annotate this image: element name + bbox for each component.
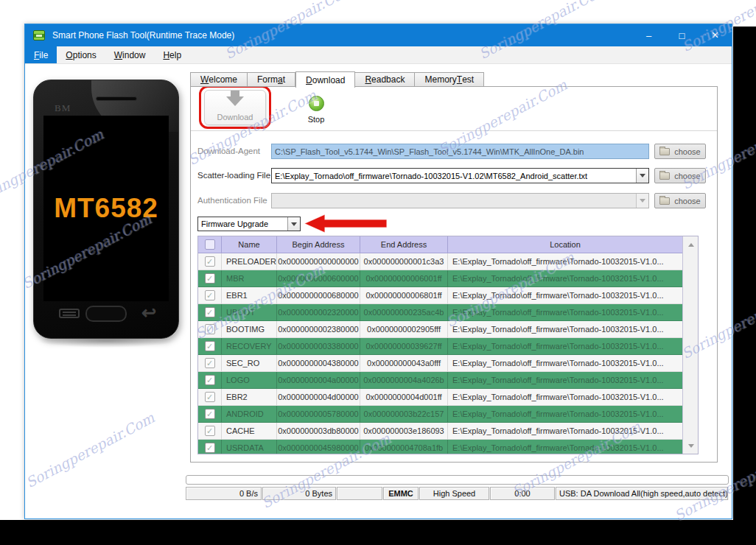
row-checkbox[interactable]: ✓ [205,392,215,402]
auth-file-choose-button[interactable]: choose [654,193,706,208]
status-cell-5: 0:00 [490,487,555,500]
folder-icon [659,197,670,205]
phone-brand-label: BM [55,102,71,114]
cell-location: E:\Explay_Tornado\off_firmware\Tornado-1… [448,338,683,355]
row-checkbox[interactable]: ✓ [205,273,215,284]
select-all-checkbox[interactable] [205,239,215,250]
cell-begin-address: 0x0000000004a00000 [277,372,360,389]
choose-button-label: choose [674,147,700,156]
status-bar: 0 B/s0 BytesEMMCHigh Speed0:00USB: DA Do… [186,487,729,500]
auth-file-combobox [271,193,649,208]
cell-location: E:\Explay_Tornado\off_firmware\Tornado-1… [448,253,683,270]
stop-button-label: Stop [308,115,325,124]
row-checkbox[interactable]: ✓ [205,426,215,436]
app-window: Smart Phone Flash Tool(Runtime Trace Mod… [24,24,732,519]
table-row-mbr[interactable]: ✓MBR0x00000000006000000x00000000006001ff… [198,270,683,287]
download-tab-pane: Download Stop Download-Agent C:\SP_Flash… [190,86,718,463]
download-button[interactable]: Download [204,90,266,125]
phone-body: BM MT6582 ↩ [33,80,179,339]
status-cell-3: EMMC [383,487,419,500]
cell-name: ANDROID [222,406,277,423]
row-checkbox[interactable]: ✓ [205,358,215,368]
menu-item-window[interactable]: Window [105,46,155,63]
table-row-usrdata[interactable]: ✓USRDATA0x00000000459800000x000000004708… [198,440,683,454]
scatter-file-combobox[interactable]: E:\Explay_Tornado\off_firmware\Tornado-1… [271,168,649,183]
row-checkbox[interactable]: ✓ [205,256,215,267]
cell-begin-address: 0x0000000002320000 [277,304,360,321]
tab-download[interactable]: Download [295,71,355,88]
cell-begin-address: 0x0000000003380000 [277,338,360,355]
menu-item-file[interactable]: File [25,46,57,63]
cell-name: PRELOADER [222,253,277,270]
cell-end-address: 0x000000003e186093 [360,423,448,440]
download-agent-field[interactable]: C:\SP_Flash_Tool_v5.1744_Win\SP_Flash_To… [271,144,649,159]
download-agent-choose-button[interactable]: choose [654,144,706,159]
cell-begin-address: 0x000000003db80000 [277,423,360,440]
cell-location: E:\Explay_Tornado\off_firmware\Tornado-1… [448,287,683,304]
table-row-sec_ro[interactable]: ✓SEC_RO0x00000000043800000x00000000043a0… [198,355,683,372]
cell-begin-address: 0x0000000000000000 [277,253,360,270]
table-row-preloader[interactable]: ✓PRELOADER0x00000000000000000x0000000000… [198,253,683,270]
minimize-button[interactable]: – [632,24,665,46]
choose-button-label: choose [674,172,700,180]
menu-item-help[interactable]: Help [154,46,190,63]
scroll-down-icon[interactable] [683,439,699,452]
cell-location: E:\Explay_Tornado\off_firmware\Tornado-1… [448,304,683,321]
chevron-down-icon[interactable] [287,217,300,231]
auth-file-label: Authentication File [197,193,267,208]
main-tab-widget: WelcomeFormatDownloadReadbackMemory Test… [190,71,718,463]
row-checkbox[interactable]: ✓ [205,324,215,334]
cell-location: E:\Explay_Tornado\off_firmware\Tornado-1… [448,406,683,423]
scatter-file-label: Scatter-loading File [197,168,270,183]
table-row-ebr1[interactable]: ✓EBR10x00000000006800000x00000000006801f… [198,287,683,304]
row-checkbox[interactable]: ✓ [205,409,215,419]
table-row-logo[interactable]: ✓LOGO0x0000000004a000000x0000000004a4026… [198,372,683,389]
column-header-end: End Address [360,236,448,253]
menu-item-options[interactable]: Options [57,46,105,63]
device-illustration: BM MT6582 ↩ [33,80,179,339]
cell-name: MBR [222,270,277,287]
cell-begin-address: 0x0000000000600000 [277,270,360,287]
cell-name: LOGO [222,372,277,389]
row-checkbox[interactable]: ✓ [205,290,215,300]
cell-name: EBR1 [222,287,277,304]
chevron-down-icon[interactable] [636,169,648,183]
scatter-file-value: E:\Explay_Tornado\off_firmware\Tornado-1… [272,172,636,180]
stop-button[interactable]: Stop [297,91,335,127]
close-button[interactable]: × [699,24,732,46]
table-row-ebr2[interactable]: ✓EBR20x0000000004d000000x0000000004d001f… [198,389,683,406]
cell-end-address: 0x00000000006801ff [360,287,448,304]
table-row-android[interactable]: ✓ANDROID0x00000000057800000x000000003b22… [198,406,683,423]
tab-readback[interactable]: Readback [355,72,415,87]
cell-end-address: 0x00000000006001ff [360,270,448,287]
row-checkbox[interactable]: ✓ [205,307,215,317]
cell-name: BOOTIMG [222,321,277,338]
cell-location: E:\Explay_Tornado\off_firmware\Tornado-1… [448,440,683,454]
scatter-file-choose-button[interactable]: choose [654,168,706,183]
row-checkbox[interactable]: ✓ [205,375,215,385]
column-header-begin: Begin Address [277,236,360,253]
row-checkbox[interactable]: ✓ [205,341,215,351]
table-scrollbar[interactable] [682,236,698,454]
row-checkbox[interactable]: ✓ [205,443,215,453]
cell-location: E:\Explay_Tornado\off_firmware\Tornado-1… [448,355,683,372]
tab-format[interactable]: Format [248,72,295,87]
table-header-row: Name Begin Address End Address Location [198,236,683,253]
table-row-uboot[interactable]: ✓UBOOT0x00000000023200000x000000000235ac… [198,304,683,321]
cell-location: E:\Explay_Tornado\off_firmware\Tornado-1… [448,270,683,287]
maximize-button[interactable]: □ [665,24,699,46]
scroll-up-icon[interactable] [683,238,699,251]
cell-name: SEC_RO [222,355,277,372]
tab-welcome[interactable]: Welcome [190,72,248,87]
cell-end-address: 0x0000000004d001ff [360,389,448,406]
cell-begin-address: 0x0000000002380000 [277,321,360,338]
flash-mode-select[interactable]: Firmware Upgrade [197,217,301,231]
table-row-cache[interactable]: ✓CACHE0x000000003db800000x000000003e1860… [198,423,683,440]
cell-end-address: 0x000000000001c3a3 [360,253,448,270]
tab-memory-test[interactable]: Memory Test [415,72,484,87]
cell-begin-address: 0x0000000004d00000 [277,389,360,406]
table-row-recovery[interactable]: ✓RECOVERY0x00000000033800000x00000000039… [198,338,683,355]
folder-icon [659,172,670,180]
table-row-bootimg[interactable]: ✓BOOTIMG0x00000000023800000x000000000290… [198,321,683,338]
status-cell-6: USB: DA Download All(high speed,auto det… [556,487,728,500]
